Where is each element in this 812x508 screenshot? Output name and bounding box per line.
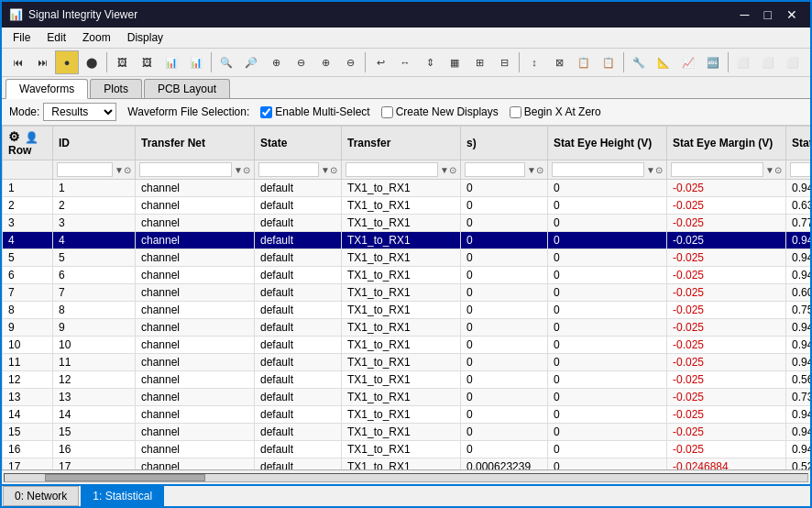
filter-height-input[interactable] bbox=[552, 162, 644, 177]
tab-statistical[interactable]: 1: Statistical bbox=[81, 486, 164, 506]
toolbar-btn-6[interactable]: 📊 bbox=[159, 50, 183, 74]
toolbar-btn-19[interactable]: ⊟ bbox=[492, 50, 516, 74]
toolbar-btn-16[interactable]: ⇕ bbox=[418, 50, 442, 74]
cell-time: 0 bbox=[461, 302, 548, 319]
filter-time-input[interactable] bbox=[465, 162, 525, 177]
filter-time-icon[interactable]: ▼⊙ bbox=[527, 165, 543, 175]
new-displays-checkbox[interactable] bbox=[381, 106, 393, 118]
toolbar-btn-13[interactable]: ⊖ bbox=[338, 50, 362, 74]
filter-net-icon[interactable]: ▼⊙ bbox=[234, 165, 250, 175]
toolbar-zoom-out[interactable]: 🔎 bbox=[239, 50, 263, 74]
tab-waveforms[interactable]: Waveforms bbox=[5, 79, 88, 99]
table-row[interactable]: 6 6 channel default TX1_to_RX1 0 0 -0.02… bbox=[3, 267, 811, 284]
table-row[interactable]: 17 17 channel default TX1_to_RX1 0.00062… bbox=[3, 458, 811, 470]
toolbar-btn-color[interactable]: ● bbox=[55, 50, 79, 74]
menu-display[interactable]: Display bbox=[120, 29, 170, 46]
filter-transfer-icon[interactable]: ▼⊙ bbox=[440, 165, 456, 175]
settings-icon[interactable]: ⚙ bbox=[8, 129, 20, 144]
cell-stato: 0.5258 bbox=[786, 458, 811, 470]
cell-margin: -0.025 bbox=[667, 302, 786, 319]
cell-id: 10 bbox=[53, 337, 136, 354]
toolbar-btn-15[interactable]: ↔ bbox=[393, 50, 417, 74]
maximize-button[interactable]: □ bbox=[759, 7, 777, 22]
menu-zoom[interactable]: Zoom bbox=[75, 29, 118, 46]
toolbar-btn-7[interactable]: 📊 bbox=[184, 50, 208, 74]
toolbar-btn-4[interactable]: 🖼 bbox=[110, 50, 134, 74]
table-row[interactable]: 14 14 channel default TX1_to_RX1 0 0 -0.… bbox=[3, 406, 811, 424]
cell-state: default bbox=[255, 267, 342, 284]
cell-time: 0 bbox=[461, 424, 548, 441]
toolbar-btn-5[interactable]: 🖼 bbox=[135, 50, 159, 74]
tab-pcb-layout[interactable]: PCB Layout bbox=[144, 79, 230, 98]
cell-row: 1 bbox=[3, 180, 53, 197]
table-row[interactable]: 2 2 channel default TX1_to_RX1 0 0 -0.02… bbox=[3, 197, 811, 215]
table-row[interactable]: 8 8 channel default TX1_to_RX1 0 0 -0.02… bbox=[3, 302, 811, 319]
cell-margin: -0.025 bbox=[667, 284, 786, 302]
begin-x-zero-checkbox[interactable] bbox=[510, 106, 521, 118]
toolbar-btn-14[interactable]: ↩ bbox=[368, 50, 392, 74]
table-container[interactable]: ⚙ 👤 Row ID Transfer Net State Transfer s… bbox=[2, 126, 810, 469]
table-row[interactable]: 7 7 channel default TX1_to_RX1 0 0 -0.02… bbox=[3, 284, 811, 302]
tab-network[interactable]: 0: Network bbox=[3, 486, 79, 506]
table-row[interactable]: 16 16 channel default TX1_to_RX1 0 0 -0.… bbox=[3, 441, 811, 458]
toolbar-btn-17[interactable]: ▦ bbox=[443, 50, 466, 74]
cell-state: default bbox=[255, 180, 342, 197]
table-row[interactable]: 15 15 channel default TX1_to_RX1 0 0 -0.… bbox=[3, 424, 811, 441]
toolbar-btn-27[interactable]: 🔤 bbox=[701, 50, 725, 74]
filter-net-input[interactable] bbox=[139, 162, 232, 177]
filter-margin-input[interactable] bbox=[671, 162, 763, 177]
tab-plots[interactable]: Plots bbox=[90, 79, 142, 98]
table-row[interactable]: 9 9 channel default TX1_to_RX1 0 0 -0.02… bbox=[3, 319, 811, 337]
menu-file[interactable]: File bbox=[5, 29, 38, 46]
table-row[interactable]: 3 3 channel default TX1_to_RX1 0 0 -0.02… bbox=[3, 215, 811, 232]
filter-id-input[interactable] bbox=[57, 162, 113, 177]
cell-margin: -0.025 bbox=[667, 337, 786, 354]
multi-select-checkbox[interactable] bbox=[260, 106, 272, 118]
toolbar-btn-20[interactable]: ↕ bbox=[522, 50, 546, 74]
cell-margin: -0.025 bbox=[667, 406, 786, 424]
toolbar-btn-24[interactable]: 🔧 bbox=[627, 50, 651, 74]
filter-transfer-input[interactable] bbox=[346, 162, 438, 177]
cell-net: channel bbox=[136, 337, 255, 354]
minimize-button[interactable]: ─ bbox=[735, 7, 755, 22]
table-row[interactable]: 1 1 channel default TX1_to_RX1 0 0 -0.02… bbox=[3, 180, 811, 197]
cell-state: default bbox=[255, 232, 342, 249]
toolbar-btn-21[interactable]: ⊠ bbox=[547, 50, 571, 74]
toolbar-btn-3[interactable]: ⬤ bbox=[80, 50, 104, 74]
toolbar-btn-11[interactable]: ⊖ bbox=[289, 50, 313, 74]
table-row[interactable]: 11 11 channel default TX1_to_RX1 0 0 -0.… bbox=[3, 354, 811, 371]
cell-time: 0 bbox=[461, 284, 548, 302]
app-icon: 📊 bbox=[9, 8, 23, 21]
col-header-state: State bbox=[255, 127, 342, 160]
toolbar-btn-30[interactable]: ⬜ bbox=[781, 50, 805, 74]
table-row[interactable]: 4 4 channel default TX1_to_RX1 0 0 -0.02… bbox=[3, 232, 811, 249]
mode-select[interactable]: Results bbox=[43, 103, 116, 121]
horizontal-scrollbar[interactable] bbox=[2, 469, 810, 484]
toolbar-btn-29[interactable]: ⬜ bbox=[756, 50, 780, 74]
filter-state-icon[interactable]: ▼⊙ bbox=[321, 165, 337, 175]
table-row[interactable]: 5 5 channel default TX1_to_RX1 0 0 -0.02… bbox=[3, 249, 811, 267]
table-row[interactable]: 12 12 channel default TX1_to_RX1 0 0 -0.… bbox=[3, 371, 811, 389]
toolbar-btn-26[interactable]: 📈 bbox=[676, 50, 700, 74]
menu-edit[interactable]: Edit bbox=[39, 29, 73, 46]
toolbar-btn-18[interactable]: ⊞ bbox=[467, 50, 491, 74]
cell-id: 17 bbox=[53, 458, 136, 470]
filter-height-icon[interactable]: ▼⊙ bbox=[646, 165, 663, 175]
toolbar-sep-2 bbox=[211, 52, 212, 72]
toolbar-btn-25[interactable]: 📐 bbox=[652, 50, 675, 74]
close-button[interactable]: ✕ bbox=[781, 7, 803, 22]
toolbar-btn-0[interactable]: ⏮ bbox=[5, 50, 29, 74]
filter-stato-input[interactable] bbox=[790, 162, 810, 177]
table-row[interactable]: 13 13 channel default TX1_to_RX1 0 0 -0.… bbox=[3, 389, 811, 406]
toolbar-btn-22[interactable]: 📋 bbox=[572, 50, 596, 74]
table-row[interactable]: 10 10 channel default TX1_to_RX1 0 0 -0.… bbox=[3, 337, 811, 354]
toolbar-btn-23[interactable]: 📋 bbox=[597, 50, 620, 74]
toolbar-btn-28[interactable]: ⬜ bbox=[731, 50, 755, 74]
toolbar-btn-12[interactable]: ⊕ bbox=[313, 50, 337, 74]
toolbar-btn-10[interactable]: ⊕ bbox=[264, 50, 288, 74]
filter-id-icon[interactable]: ▼⊙ bbox=[115, 165, 131, 175]
toolbar-btn-1[interactable]: ⏭ bbox=[30, 50, 54, 74]
toolbar-zoom-in[interactable]: 🔍 bbox=[214, 50, 238, 74]
filter-state-input[interactable] bbox=[258, 162, 319, 177]
filter-margin-icon[interactable]: ▼⊙ bbox=[765, 165, 782, 175]
